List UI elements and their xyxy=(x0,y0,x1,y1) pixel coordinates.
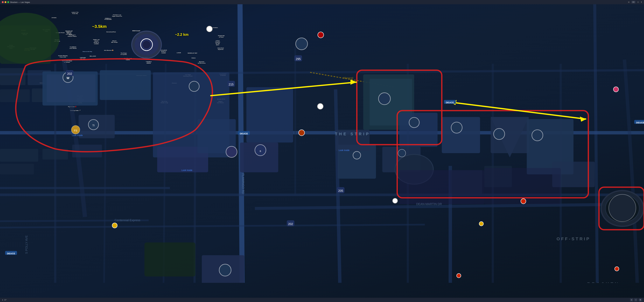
traffic-lights[interactable] xyxy=(2,1,9,3)
titlebar: Bracken — Las Vegas ⊞ 3D ⊡ ⬆ xyxy=(0,0,231,4)
window-title: Bracken — Las Vegas xyxy=(10,1,30,3)
close-button[interactable] xyxy=(2,1,4,3)
minimize-button[interactable] xyxy=(4,1,6,3)
map-view[interactable]: Monorail xyxy=(0,4,231,108)
titlebar-left: Bracken — Las Vegas xyxy=(2,1,30,3)
map-background xyxy=(0,4,231,108)
maximize-button[interactable] xyxy=(7,1,9,3)
